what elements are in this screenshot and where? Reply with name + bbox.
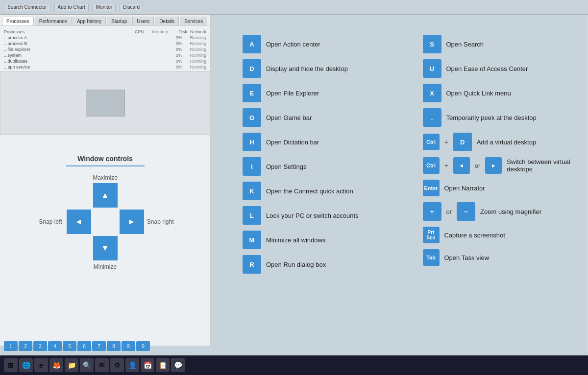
top-btn-4[interactable]: Discard: [120, 3, 143, 11]
label-magnifier: Zoom using magnifier: [480, 208, 541, 215]
btn-left[interactable]: ◄: [67, 210, 91, 234]
tab-processes[interactable]: Processes: [2, 17, 34, 25]
label-ctrl-d: Add a virtual desktop: [477, 139, 536, 146]
shortcut-row-g: G Open Game bar: [243, 105, 393, 130]
tb-chat[interactable]: 💬: [171, 358, 185, 372]
plus-sign-2: +: [444, 162, 448, 169]
taskbar-top: Search Connector Add to Chart Monitor Di…: [0, 0, 588, 15]
tab-app-history[interactable]: App history: [73, 17, 106, 25]
btn-down[interactable]: ▼: [93, 236, 118, 260]
tb-search[interactable]: 🔍: [80, 358, 94, 372]
key-s: S: [423, 35, 441, 53]
tb-mail[interactable]: ✉: [95, 358, 109, 372]
table-row[interactable]: ...process A0%Running: [4, 35, 206, 41]
label-u: Open Ease of Access Center: [446, 65, 528, 72]
label-s: Open Search: [446, 41, 484, 48]
shortcut-row-prtscn: PrtScn Capture a screenshot: [423, 224, 574, 246]
label-r: Open Run dialog box: [266, 261, 326, 268]
window-controls-grid: Snap left Snap right ▲ ◄ ► ▼: [66, 183, 145, 260]
key-i: I: [243, 157, 261, 176]
label-i: Open Settings: [266, 163, 306, 170]
key-d: D: [243, 59, 261, 78]
shortcut-row-u: U Open Ease of Access Center: [423, 56, 574, 81]
vd-1[interactable]: 1: [4, 341, 18, 351]
or-sign-1: or: [475, 162, 481, 169]
shortcut-row-k: K Open the Connect quick action: [243, 179, 393, 203]
vd-0[interactable]: 0: [136, 341, 150, 351]
label-prtscn: Capture a screenshot: [444, 232, 505, 239]
label-k: Open the Connect quick action: [266, 188, 353, 195]
window-controls-title: Window controls: [8, 155, 202, 163]
shortcut-row-s: S Open Search: [423, 32, 574, 56]
tab-performance[interactable]: Performance: [35, 17, 72, 25]
key-m: M: [243, 231, 261, 249]
table-row[interactable]: ...file explorer0%Running: [4, 47, 206, 52]
table-row[interactable]: ...system5%Running: [4, 52, 206, 58]
shortcut-row-a: A Open Action center: [243, 32, 393, 56]
btn-up[interactable]: ▲: [93, 183, 118, 208]
tb-people[interactable]: 👤: [125, 358, 139, 372]
wc-divider: [66, 165, 145, 166]
table-row[interactable]: ...app service0%Running: [4, 64, 206, 70]
label-g: Open Game bar: [266, 114, 312, 121]
or-sign-2: or: [446, 208, 452, 215]
table-row[interactable]: ...process B0%Running: [4, 41, 206, 47]
shortcut-row-e: E Open File Explorer: [243, 81, 393, 105]
key-h: H: [243, 133, 261, 151]
grid-empty-tr: [120, 183, 144, 208]
grid-empty-bl: [67, 236, 91, 260]
label-x: Open Quick Link menu: [446, 90, 511, 97]
key-g: G: [243, 108, 261, 127]
tb-ie[interactable]: e: [34, 358, 48, 372]
key-dot: .: [423, 108, 441, 127]
top-btn-2[interactable]: Add to Chart: [54, 3, 89, 11]
key-tab: Tab: [423, 249, 440, 266]
label-h: Open Dictation bar: [266, 139, 319, 146]
label-l: Lock your PC or switch accounts: [266, 212, 359, 219]
arrow-grid: ▲ ◄ ► ▼: [67, 183, 144, 260]
tb-tasks[interactable]: 📋: [156, 358, 170, 372]
grid-empty-br: [120, 236, 144, 260]
shortcuts-left-col: A Open Action center D Display and hide …: [243, 32, 393, 277]
tb-settings[interactable]: ⚙: [110, 358, 124, 372]
label-enter: Open Narrator: [444, 185, 485, 192]
vd-3[interactable]: 3: [33, 341, 47, 351]
label-m: Minimize all windows: [266, 236, 325, 244]
table-row[interactable]: ...duplicates0%Running: [4, 58, 206, 64]
label-d: Display and hide the desktop: [266, 65, 348, 72]
tb-firefox[interactable]: 🦊: [49, 358, 63, 372]
shortcut-row-d: D Display and hide the desktop: [243, 56, 393, 81]
vd-6[interactable]: 6: [77, 341, 91, 351]
tab-users[interactable]: Users: [132, 17, 154, 25]
tab-startup[interactable]: Startup: [107, 17, 131, 25]
taskbar-bottom: ⊞ 🌐 e 🦊 📁 🔍 ✉ ⚙ 👤 📅 📋 💬: [0, 355, 588, 375]
key-x: X: [423, 84, 441, 102]
tb-folder[interactable]: 📁: [65, 358, 78, 372]
tb-calendar[interactable]: 📅: [141, 358, 154, 372]
vd-8[interactable]: 8: [107, 341, 121, 351]
shortcut-row-m: M Minimize all windows: [243, 228, 393, 252]
tab-details[interactable]: Details: [155, 17, 179, 25]
vd-4[interactable]: 4: [48, 341, 62, 351]
table-row: ProcessesCPUMemoryDiskNetwork: [4, 29, 206, 35]
label-dot: Temporarily peek at the desktop: [446, 114, 537, 121]
top-btn-3[interactable]: Monitor: [93, 3, 116, 11]
minimize-label: Minimize: [8, 263, 202, 270]
plus-sign-1: +: [444, 138, 448, 146]
tab-services[interactable]: Services: [180, 17, 207, 25]
vd-7[interactable]: 7: [92, 341, 106, 351]
top-btn-1[interactable]: Search Connector: [4, 3, 50, 11]
shortcuts-panel: A Open Action center D Display and hide …: [233, 27, 583, 336]
tb-edge[interactable]: 🌐: [19, 358, 33, 372]
vd-9[interactable]: 9: [122, 341, 135, 351]
tb-windows[interactable]: ⊞: [4, 358, 18, 372]
vd-5[interactable]: 5: [63, 341, 76, 351]
virtual-desktop-bar: 1 2 3 4 5 6 7 8 9 0: [0, 339, 154, 353]
key-r: R: [243, 255, 261, 274]
shortcut-row-h: H Open Dictation bar: [243, 130, 393, 154]
window-preview: [0, 71, 210, 135]
vd-2[interactable]: 2: [19, 341, 32, 351]
shortcuts-right-col: S Open Search U Open Ease of Access Cent…: [423, 32, 574, 277]
btn-right[interactable]: ►: [120, 210, 144, 234]
grid-empty-tl: [67, 183, 91, 208]
